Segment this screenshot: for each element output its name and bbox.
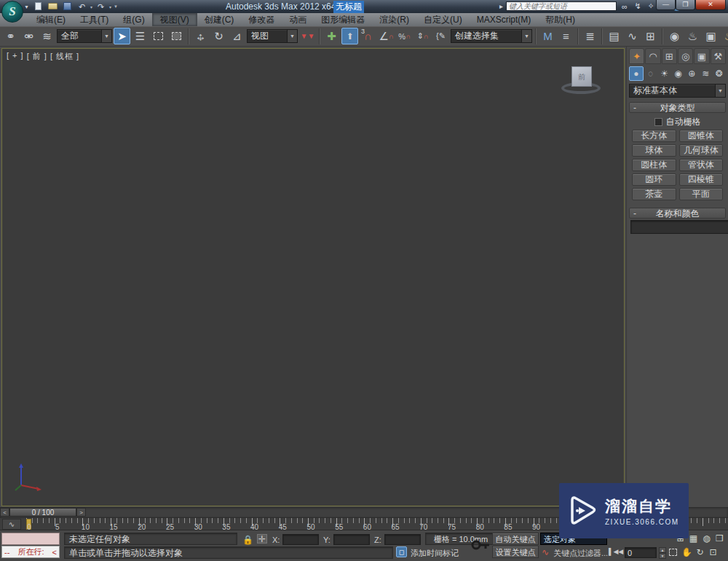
object-type-button[interactable]: 圆环 [632,173,676,186]
spinner-snap-icon[interactable]: ⇕∩ [414,28,431,44]
edit-named-selection-sets-icon[interactable]: {✎ [432,28,449,44]
menu-item[interactable]: 动画 [282,13,314,26]
redo-icon[interactable]: ↷ [95,2,107,12]
unlink-selection-icon[interactable]: ⚮ [20,28,37,44]
category-helpers-icon[interactable]: ⊕ [685,66,698,81]
category-systems-icon[interactable]: ❂ [713,66,726,81]
select-and-scale-icon[interactable]: ⊿ [229,28,245,44]
previous-frame-button[interactable]: < [0,508,9,517]
snaps-toggle-3d-icon[interactable]: ∩3 [360,28,376,44]
viewport-front[interactable]: [ + ] [ 前 ] [ 线框 ] 前 [1,48,625,506]
menu-item[interactable]: 组(G) [116,13,151,26]
zoom-extents-icon[interactable]: ◍ [700,532,713,544]
object-type-button[interactable]: 四棱锥 [679,173,724,186]
object-type-button[interactable]: 几何球体 [679,144,724,157]
x-field[interactable] [282,534,319,545]
pan-hand-icon[interactable]: ✋ [681,546,693,558]
maximize-viewport-icon[interactable]: ⊡ [707,546,719,558]
selection-filter-dropdown[interactable]: 全部▼ [57,29,112,43]
subscription-key-icon[interactable]: ↯ [633,1,643,11]
menu-item[interactable]: 帮助(H) [538,13,582,26]
object-name-input[interactable] [630,220,728,234]
add-time-tag-label[interactable]: 添加时间标记 [411,548,459,559]
z-field[interactable] [384,534,421,545]
category-lights-icon[interactable]: ☀ [658,66,671,81]
redo-caret-icon[interactable]: ▾ [109,4,111,9]
search-binoculars-icon[interactable]: ∞ [620,2,630,11]
object-type-button[interactable]: 圆柱体 [632,159,676,171]
keyboard-override-icon[interactable]: ⬆ [341,28,358,44]
frame-spinner[interactable]: ▲▼ [659,547,666,558]
infocenter-expand-icon[interactable]: ▸ [499,2,503,10]
select-and-manipulate-icon[interactable]: ✚ [323,28,340,44]
open-file-icon[interactable] [47,2,59,12]
set-key-icon[interactable] [470,534,491,556]
category-geometry-icon[interactable]: ● [629,66,644,81]
selection-region-icon[interactable] [150,28,167,44]
listener-scroll-icon[interactable]: < [52,548,57,557]
communication-center-icon[interactable]: ✧ [646,1,656,11]
selection-lock-icon[interactable]: 🔒 [242,535,253,545]
menu-item[interactable]: 工具(T) [73,13,116,26]
category-shapes-icon[interactable]: ◌ [644,66,657,81]
time-slider-handle[interactable]: 0 / 100 [9,508,76,517]
category-spacewarps-icon[interactable]: ≋ [699,66,712,81]
collapse-icon[interactable]: - [633,208,636,219]
viewport-menu-view[interactable]: [ 前 ] [27,51,47,62]
new-file-icon[interactable] [32,2,44,12]
set-key-button[interactable]: 设置关键点 [492,546,539,558]
angle-snap-icon[interactable]: ∠∩ [378,28,395,44]
use-center-flyout-icon[interactable]: ▼▼ [299,28,316,44]
layer-manager-icon[interactable]: ≣ [582,28,598,44]
viewport-menu-plus[interactable]: [ + ] [7,51,24,62]
collapse-icon[interactable]: - [633,103,636,114]
undo-icon[interactable]: ↶ [76,2,88,12]
material-editor-icon[interactable]: ◉ [666,28,683,44]
go-to-start-icon[interactable]: ▌◀◀ [609,548,623,555]
search-input[interactable] [506,1,617,11]
object-type-button[interactable]: 球体 [632,144,676,157]
qat-options-caret-icon[interactable]: ▼ [114,4,118,9]
close-button[interactable]: ✕ [695,0,726,10]
tab-hierarchy-icon[interactable]: ⊞ [662,48,677,64]
reference-coordinate-dropdown[interactable]: 视图▼ [247,29,298,43]
rollout-object-type-header[interactable]: - 对象类型 [629,102,726,113]
object-type-button[interactable]: 圆锥体 [679,130,724,142]
rollout-name-color-header[interactable]: - 名称和颜色 [629,208,726,219]
select-object-icon[interactable]: ➤ [114,28,130,44]
menu-item[interactable]: 创建(C) [197,13,242,26]
menu-item[interactable]: 修改器 [241,13,282,26]
menu-item[interactable]: 图形编辑器 [314,13,372,26]
percent-snap-icon[interactable]: %∩ [396,28,413,44]
minimize-button[interactable]: — [656,0,676,10]
auto-key-button[interactable]: 自动关键点 [492,533,539,545]
rendered-frame-window-icon[interactable]: ▣ [703,28,719,44]
tab-display-icon[interactable]: ▣ [694,48,709,64]
tab-modify-icon[interactable]: ◠ [645,48,660,64]
menu-item[interactable]: 渲染(R) [372,13,416,26]
viewcube[interactable]: 前 [560,66,604,101]
curve-editor-icon[interactable]: ∿ [624,28,641,44]
graphite-ribbon-icon[interactable]: ▤ [606,28,622,44]
select-and-link-icon[interactable]: ⚭ [2,28,19,44]
orbit-icon[interactable]: ↻ [694,546,706,558]
object-type-button[interactable]: 平面 [679,188,724,200]
menu-item[interactable]: 编辑(E) [29,13,73,26]
window-crossing-icon[interactable] [168,28,185,44]
object-type-button[interactable]: 管状体 [679,159,724,171]
key-filters-button[interactable]: 关键点过滤器... [553,548,608,559]
maximize-button[interactable]: ❐ [676,0,695,10]
select-and-move-icon[interactable]: ↔↕ [192,28,209,44]
zoom-region-icon[interactable] [667,546,679,558]
primitive-type-dropdown[interactable]: 标准基本体▼ [629,84,726,98]
next-frame-button[interactable]: > [76,508,86,517]
menu-item[interactable]: MAXScript(M) [470,13,539,26]
object-type-button[interactable]: 茶壶 [632,188,676,200]
render-setup-icon[interactable]: ♨ [684,28,701,44]
menu-item[interactable]: 自定义(U) [416,13,470,26]
named-selection-set-dropdown[interactable]: 创建选择集▼ [451,29,532,43]
maxscript-mini-listener[interactable] [1,533,60,545]
app-menu-logo[interactable]: S [1,1,23,23]
viewcube-cube[interactable]: 前 [571,66,592,87]
undo-caret-icon[interactable]: ▾ [90,4,92,9]
